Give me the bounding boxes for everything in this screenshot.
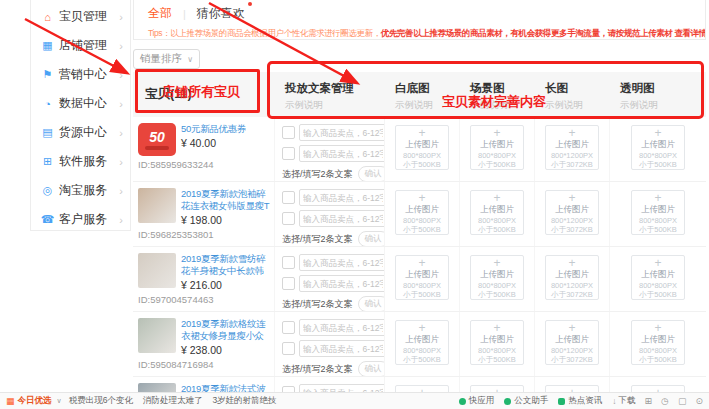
confirm-button[interactable]: 确认 [358, 296, 385, 311]
upload-image-button[interactable]: +上传图片800*800PX小于500KB [631, 255, 685, 300]
tab-guess-you-like[interactable]: 猜你喜欢 [197, 5, 245, 22]
upload-size-line: 800*800PX [396, 281, 448, 290]
app-shortcut[interactable]: 快应用 [459, 395, 495, 407]
browser-bottom-bar: ▦ 今日优选 ∨ 税费出现6个变化消防处理太难了3岁娃的射箭绝技 快应用公文助手… [0, 392, 709, 409]
coupon-ribbon [145, 146, 169, 150]
copy-footer: 选择/填写2条文案确认取消 [282, 166, 380, 181]
tab-guess-label: 猜你喜欢 [197, 6, 245, 20]
selling-point-input[interactable] [299, 189, 385, 206]
upload-size-line: 800*800PX [632, 151, 684, 160]
sidebar-item-supply-center[interactable]: ▤货源中心› [31, 118, 130, 147]
upload-image-button[interactable]: +上传图片800*1200PX小于3072KB [545, 125, 599, 170]
tray-icon[interactable]: ◷ [661, 396, 669, 406]
news-link[interactable]: 3岁娃的射箭绝技 [212, 395, 276, 407]
plus-icon: + [396, 258, 448, 269]
checkbox[interactable] [282, 256, 295, 269]
product-title-link[interactable]: 2019夏季新款雪纺碎花半身裙女中长款韩版百搭 [181, 253, 270, 277]
checkbox[interactable] [282, 277, 295, 290]
sidebar-item-label: 淘宝服务 [59, 182, 119, 199]
checkbox[interactable] [282, 342, 295, 355]
example-info-link[interactable]: 示例说明 [470, 99, 535, 112]
tab-all[interactable]: 全部 [148, 5, 172, 22]
product-info: 2019夏季新款格纹连衣裙女修身显瘦小众网红¥ 238.00 [181, 318, 270, 356]
chevron-right-icon: › [119, 40, 123, 52]
upload-label: 上传图片 [632, 269, 684, 279]
tab-divider: | [183, 8, 186, 20]
tips-detail-link[interactable]: 查看详情> [674, 28, 705, 38]
sidebar-item-marketing-center[interactable]: ⚑营销中心› [31, 60, 130, 89]
example-info-link[interactable]: 示例说明 [395, 99, 460, 112]
sort-dropdown[interactable]: 销量排序 ∨ [133, 49, 200, 69]
selling-point-input[interactable] [299, 340, 385, 357]
product-price: ¥ 216.00 [181, 279, 270, 291]
upload-image-button[interactable]: +上传图片800*1200PX小于3072KB [545, 320, 599, 365]
sidebar-item-taobao-service[interactable]: ◎淘宝服务› [31, 176, 130, 205]
sidebar-item-item-manage[interactable]: ⌂宝贝管理› [31, 2, 130, 31]
sidebar-item-shop-manage[interactable]: ▦店铺管理› [31, 31, 130, 60]
green-dot-icon [504, 398, 511, 405]
tray-icon[interactable]: ▢ [678, 396, 687, 406]
checkbox[interactable] [282, 321, 295, 334]
plus-icon: + [546, 258, 598, 269]
upload-size-line: 800*1200PX [546, 281, 598, 290]
hot-picks-label[interactable]: 今日优选 [18, 395, 52, 407]
upload-image-button[interactable]: +上传图片800*800PX小于500KB [631, 190, 685, 235]
sidebar-item-software-service[interactable]: ⊞软件服务› [31, 147, 130, 176]
confirm-button[interactable]: 确认 [358, 361, 385, 376]
upload-image-button[interactable]: +上传图片800*800PX小于500KB [470, 255, 524, 300]
upload-image-button[interactable]: +上传图片800*800PX小于500KB [470, 125, 524, 170]
selling-point-input[interactable] [299, 319, 385, 336]
selling-point-input[interactable] [299, 145, 385, 162]
tray-icon[interactable]: ⊙ [695, 396, 703, 406]
news-link[interactable]: 消防处理太难了 [143, 395, 203, 407]
upload-image-button[interactable]: +上传图片800*800PX小于500KB [470, 320, 524, 365]
upload-image-button[interactable]: +上传图片800*1200PX小于3072KB [545, 190, 599, 235]
product-title-link[interactable]: 2019夏季新款格纹连衣裙女修身显瘦小众网红 [181, 318, 270, 342]
upload-image-button[interactable]: +上传图片800*800PX小于500KB [395, 255, 449, 300]
selling-point-input[interactable] [299, 210, 385, 227]
upload-cell-white-bg: +上传图片800*800PX小于500KB [385, 117, 460, 181]
app-shortcut[interactable]: 公文助手 [504, 395, 548, 407]
upload-image-button[interactable]: +上传图片800*800PX小于500KB [470, 190, 524, 235]
example-info-link[interactable]: 示例说明 [545, 99, 610, 112]
download-icon: ↓ [612, 396, 616, 406]
example-info-link[interactable]: 示例说明 [620, 99, 706, 112]
selling-point-input[interactable] [299, 124, 385, 141]
upload-image-button[interactable]: +上传图片800*800PX小于500KB [631, 320, 685, 365]
sidebar-item-label: 客户服务 [59, 211, 119, 228]
upload-image-button[interactable]: +上传图片800*800PX小于500KB [395, 190, 449, 235]
selling-point-input[interactable] [299, 254, 385, 271]
sidebar-item-data-center[interactable]: ◔数据中心› [31, 89, 130, 118]
product-title-link[interactable]: 50元新品优惠券 [181, 123, 246, 135]
app-shortcut[interactable]: 热点资讯 [558, 395, 602, 407]
tray-icon[interactable]: ⊞ [645, 396, 653, 406]
product-title-link[interactable]: 2019夏季新款泡袖碎花连衣裙女韩版显瘦T恤中长款 [181, 188, 270, 212]
checkbox[interactable] [282, 191, 295, 204]
upload-cell-scene: +上传图片800*800PX小于500KB [460, 312, 535, 376]
selling-point-input[interactable] [299, 275, 385, 292]
download-button[interactable]: ↓ 下载 [612, 395, 635, 407]
confirm-button[interactable]: 确认 [358, 166, 385, 181]
upload-image-button[interactable]: +上传图片800*800PX小于500KB [631, 125, 685, 170]
upload-size-hint: 800*800PX小于500KB [396, 346, 448, 364]
upload-size-hint: 800*800PX小于500KB [396, 151, 448, 169]
upload-image-button[interactable]: +上传图片800*800PX小于500KB [395, 125, 449, 170]
bottom-bar-right: 快应用公文助手热点资讯 ↓ 下载 ⊞◷▢⊙ [449, 395, 703, 407]
checkbox[interactable] [282, 147, 295, 160]
example-info-link[interactable]: 示例说明 [285, 99, 385, 112]
product-summary: 2019夏季新款泡袖碎花连衣裙女韩版显瘦T恤中长款¥ 198.00 [138, 188, 270, 226]
upload-image-button[interactable]: +上传图片800*800PX小于500KB [395, 320, 449, 365]
plus-icon: + [471, 128, 523, 139]
news-link[interactable]: 税费出现6个变化 [69, 395, 133, 407]
chevron-right-icon: › [119, 11, 123, 23]
checkbox[interactable] [282, 126, 295, 139]
sidebar-item-label: 宝贝管理 [59, 8, 119, 25]
confirm-button[interactable]: 确认 [358, 231, 385, 246]
upload-image-button[interactable]: +上传图片800*1200PX小于3072KB [545, 255, 599, 300]
product-info: 2019夏季新款泡袖碎花连衣裙女韩版显瘦T恤中长款¥ 198.00 [181, 188, 270, 226]
sidebar-item-customer-service[interactable]: ☎客户服务› [31, 205, 130, 234]
chevron-down-icon[interactable]: ∨ [57, 397, 62, 405]
upload-cell-transparent: +上传图片800*800PX小于500KB [610, 117, 706, 181]
table-row: 2019夏季新款泡袖碎花连衣裙女韩版显瘦T恤中长款¥ 198.00ID:5968… [133, 182, 706, 247]
checkbox[interactable] [282, 212, 295, 225]
